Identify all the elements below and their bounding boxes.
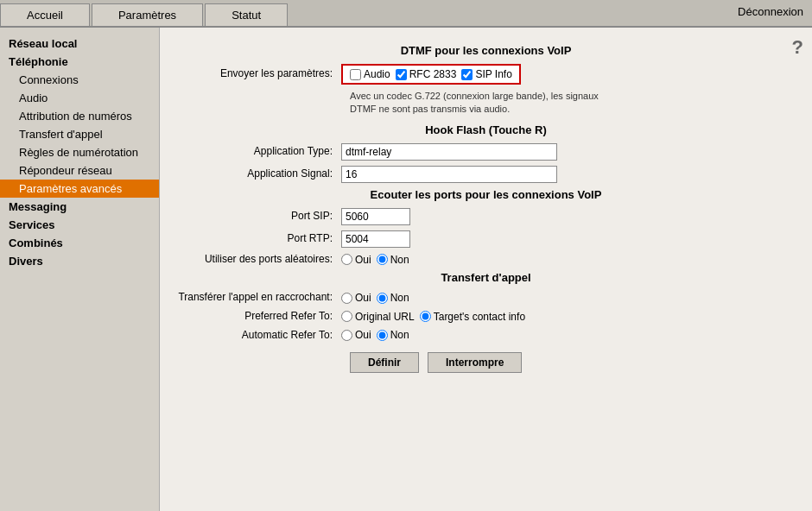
refer-to-control: Original URL Target's contact info (341, 311, 795, 323)
checkbox-sipinfo-item: SIP Info (461, 68, 511, 80)
random-ports-oui[interactable] (341, 254, 352, 265)
auto-refer-label: Automatic Refer To: (177, 329, 341, 343)
tab-statut[interactable]: Statut (205, 3, 288, 26)
random-ports-row: Utiliser des ports aléatoires: Oui Non (177, 253, 795, 267)
tab-accueil[interactable]: Accueil (0, 3, 90, 26)
transfer-non-item: Non (377, 292, 409, 304)
logout-button[interactable]: Déconnexion (738, 5, 803, 18)
app-signal-control (341, 166, 795, 183)
section-dtmf-title: DTMF pour les connexions VoIP (177, 44, 795, 57)
sidebar-item-services[interactable]: Services (0, 216, 159, 234)
checkbox-rfc-item: RFC 2833 (396, 68, 457, 80)
checkbox-rfc2833[interactable] (396, 69, 407, 80)
checkbox-audio-item: Audio (350, 68, 390, 80)
send-params-control: Audio RFC 2833 SIP Info (341, 64, 795, 85)
random-ports-control: Oui Non (341, 254, 795, 266)
refer-original-label: Original URL (355, 311, 415, 323)
transfer-control: Oui Non (341, 292, 795, 304)
sidebar-item-connexions[interactable]: Connexions (0, 71, 159, 89)
app-signal-input[interactable] (341, 166, 557, 183)
app-type-input[interactable] (341, 143, 557, 161)
sidebar-item-audio[interactable]: Audio (0, 89, 159, 107)
transfer-oui-item: Oui (341, 292, 371, 304)
help-icon[interactable]: ? (792, 36, 803, 59)
action-buttons: Définir Interrompre (350, 352, 795, 373)
content-area: ? DTMF pour les connexions VoIP Envoyer … (160, 28, 812, 511)
section-hookflash-title: Hook Flash (Touche R) (177, 123, 795, 136)
sidebar-item-telephonie[interactable]: Téléphonie (0, 53, 159, 71)
sidebar-item-repondeur[interactable]: Répondeur réseau (0, 161, 159, 180)
port-rtp-control (341, 230, 795, 248)
transfer-label: Transférer l'appel en raccrochant: (177, 291, 341, 305)
sidebar-item-divers[interactable]: Divers (0, 252, 159, 270)
checkbox-rfc-label: RFC 2833 (409, 68, 457, 80)
port-rtp-label: Port RTP: (177, 232, 341, 246)
auto-refer-oui-item: Oui (341, 329, 371, 341)
random-oui-label: Oui (355, 254, 371, 266)
refer-to-label: Preferred Refer To: (177, 310, 341, 324)
random-non-label: Non (390, 254, 409, 266)
app-signal-row: Application Signal: (177, 166, 795, 183)
auto-refer-oui-label: Oui (355, 329, 371, 341)
app-type-label: Application Type: (177, 145, 341, 159)
random-oui-item: Oui (341, 254, 371, 266)
auto-refer-oui[interactable] (341, 330, 352, 341)
refer-to-radio-group: Original URL Target's contact info (341, 311, 795, 323)
transfer-non[interactable] (377, 293, 388, 304)
auto-refer-non-label: Non (390, 329, 409, 341)
random-ports-non[interactable] (377, 254, 388, 265)
tab-parametres[interactable]: Paramètres (92, 3, 203, 26)
refer-to-row: Preferred Refer To: Original URL Target'… (177, 310, 795, 324)
sidebar: Réseau local Téléphonie Connexions Audio… (0, 28, 160, 511)
transfer-non-label: Non (390, 292, 409, 304)
auto-refer-non-item: Non (377, 329, 409, 341)
refer-original[interactable] (341, 311, 352, 322)
sidebar-item-reseau-local[interactable]: Réseau local (0, 35, 159, 53)
transfer-oui-label: Oui (355, 292, 371, 304)
port-sip-control (341, 208, 795, 225)
section-transfer-title: Transfert d'appel (177, 271, 795, 284)
auto-refer-row: Automatic Refer To: Oui Non (177, 329, 795, 343)
main-layout: Réseau local Téléphonie Connexions Audio… (0, 28, 812, 511)
section-ports-title: Ecouter les ports pour les connexions Vo… (177, 188, 795, 201)
checkbox-sipinfo[interactable] (461, 69, 473, 80)
definir-button[interactable]: Définir (350, 352, 419, 373)
dtmf-checkbox-group: Audio RFC 2833 SIP Info (341, 64, 521, 85)
refer-target[interactable] (420, 311, 431, 322)
send-params-row: Envoyer les paramètres: Audio RFC 2833 S… (177, 64, 795, 85)
app-signal-label: Application Signal: (177, 167, 341, 181)
refer-target-label: Target's contact info (434, 311, 525, 323)
checkbox-audio[interactable] (350, 69, 361, 80)
sidebar-item-combines[interactable]: Combinés (0, 234, 159, 252)
random-ports-label: Utiliser des ports aléatoires: (177, 253, 341, 267)
auto-refer-radio-group: Oui Non (341, 329, 795, 341)
app-type-control (341, 143, 795, 161)
port-sip-label: Port SIP: (177, 210, 341, 224)
auto-refer-control: Oui Non (341, 329, 795, 341)
port-rtp-row: Port RTP: (177, 230, 795, 248)
random-ports-radio-group: Oui Non (341, 254, 795, 266)
sidebar-item-transfert-appel[interactable]: Transfert d'appel (0, 125, 159, 143)
sidebar-item-parametres-avances[interactable]: Paramètres avancés (0, 180, 159, 198)
sidebar-item-attribution[interactable]: Attribution de numéros (0, 107, 159, 125)
sidebar-item-messaging[interactable]: Messaging (0, 198, 159, 216)
transfer-row: Transférer l'appel en raccrochant: Oui N… (177, 291, 795, 305)
app-type-row: Application Type: (177, 143, 795, 161)
port-rtp-input[interactable] (341, 230, 410, 248)
dtmf-info: Avec un codec G.722 (connexion large ban… (350, 90, 795, 117)
random-non-item: Non (377, 254, 409, 266)
port-sip-input[interactable] (341, 208, 410, 225)
checkbox-sipinfo-label: SIP Info (475, 68, 511, 80)
port-sip-row: Port SIP: (177, 208, 795, 225)
transfer-oui[interactable] (341, 293, 352, 304)
top-tabs: Accueil Paramètres Statut Déconnexion (0, 0, 812, 28)
interrompre-button[interactable]: Interrompre (428, 352, 522, 373)
auto-refer-non[interactable] (377, 330, 388, 341)
refer-target-item: Target's contact info (420, 311, 525, 323)
sidebar-item-regles[interactable]: Règles de numérotation (0, 143, 159, 161)
send-params-label: Envoyer les paramètres: (177, 67, 341, 81)
checkbox-audio-label: Audio (364, 68, 390, 80)
refer-original-item: Original URL (341, 311, 415, 323)
transfer-radio-group: Oui Non (341, 292, 795, 304)
